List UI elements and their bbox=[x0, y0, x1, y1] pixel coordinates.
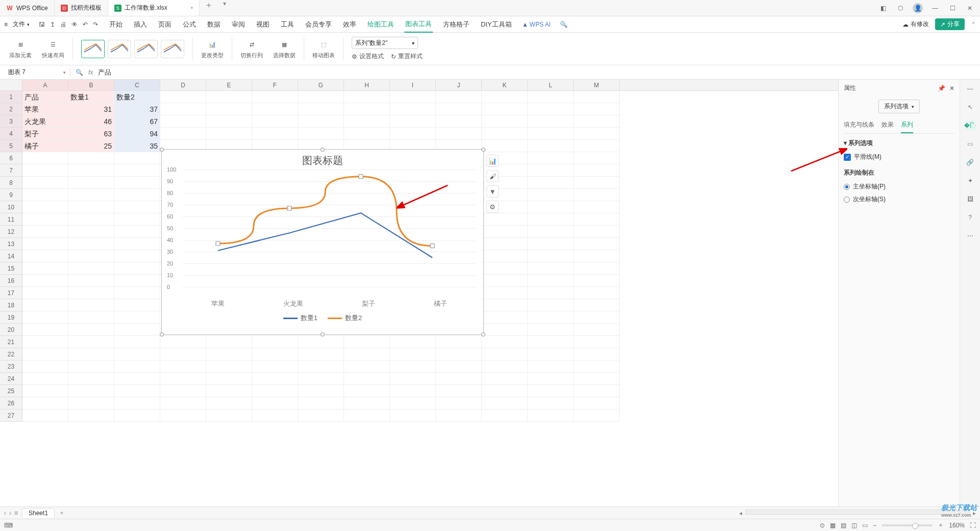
tab-chart-tools[interactable]: 图表工具 bbox=[404, 16, 433, 33]
smooth-line-checkbox[interactable]: ✓ 平滑线(M) bbox=[844, 151, 954, 163]
cell[interactable] bbox=[298, 397, 344, 409]
row-header[interactable]: 8 bbox=[0, 177, 22, 189]
image-icon[interactable]: 🖼 bbox=[965, 194, 975, 204]
zoom-in-icon[interactable]: ＋ bbox=[938, 521, 944, 529]
cell[interactable] bbox=[482, 91, 528, 103]
cell[interactable] bbox=[68, 275, 114, 287]
cell[interactable] bbox=[68, 409, 114, 422]
cell[interactable] bbox=[574, 201, 620, 213]
row-header[interactable]: 26 bbox=[0, 397, 22, 409]
cell[interactable] bbox=[22, 189, 68, 201]
cell[interactable] bbox=[68, 287, 114, 299]
cell[interactable] bbox=[436, 360, 482, 373]
cell[interactable] bbox=[390, 103, 436, 115]
close-panel-icon[interactable]: ✕ bbox=[949, 85, 954, 92]
cell[interactable] bbox=[390, 128, 436, 140]
input-mode-icon[interactable]: ⌨ bbox=[4, 522, 13, 529]
panel-tab-fill[interactable]: 填充与线条 bbox=[844, 120, 874, 133]
cell[interactable] bbox=[114, 275, 160, 287]
cell[interactable] bbox=[298, 336, 344, 348]
cell[interactable] bbox=[436, 103, 482, 115]
tab-formula[interactable]: 公式 bbox=[182, 17, 197, 32]
save-icon[interactable]: 🖫 bbox=[39, 21, 45, 28]
cell[interactable] bbox=[298, 409, 344, 422]
primary-axis-radio[interactable]: 主坐标轴(P) bbox=[844, 180, 954, 193]
cell[interactable] bbox=[482, 299, 528, 311]
cell[interactable] bbox=[574, 189, 620, 201]
cell[interactable] bbox=[528, 226, 574, 238]
layer-icon[interactable]: ▭ bbox=[965, 139, 975, 149]
file-tab[interactable]: S 工作簿数量.xlsx • bbox=[108, 0, 200, 16]
view-reader-icon[interactable]: ▭ bbox=[862, 522, 868, 529]
search-icon[interactable]: 🔍 bbox=[560, 21, 568, 28]
cell[interactable] bbox=[574, 164, 620, 177]
col-header[interactable]: E bbox=[206, 80, 252, 90]
cell[interactable] bbox=[298, 115, 344, 128]
tab-efficiency[interactable]: 效率 bbox=[342, 17, 357, 32]
row-header[interactable]: 13 bbox=[0, 238, 22, 250]
secondary-axis-radio[interactable]: 次坐标轴(S) bbox=[844, 193, 954, 206]
cell[interactable] bbox=[528, 140, 574, 152]
share-button[interactable]: ↗ 分享 bbox=[935, 18, 965, 30]
cell[interactable]: 火龙果 bbox=[22, 115, 68, 128]
redo-icon[interactable]: ↷ bbox=[93, 21, 98, 28]
cell[interactable] bbox=[68, 201, 114, 213]
cell[interactable] bbox=[482, 373, 528, 385]
row-header[interactable]: 3 bbox=[0, 115, 22, 128]
tab-draw-tools[interactable]: 绘图工具 bbox=[366, 17, 395, 32]
tab-start[interactable]: 开始 bbox=[108, 17, 124, 32]
cell[interactable] bbox=[114, 324, 160, 336]
cell[interactable] bbox=[68, 348, 114, 360]
cell[interactable] bbox=[528, 177, 574, 189]
cell[interactable] bbox=[390, 91, 436, 103]
chart-style-3[interactable] bbox=[134, 40, 158, 58]
row-header[interactable]: 5 bbox=[0, 140, 22, 152]
chart-style-4[interactable] bbox=[161, 40, 184, 58]
cell[interactable] bbox=[206, 373, 252, 385]
sheet-prev-icon[interactable]: ‹ bbox=[4, 510, 6, 517]
row-header[interactable]: 2 bbox=[0, 103, 22, 115]
cell[interactable] bbox=[22, 287, 68, 299]
cell[interactable] bbox=[22, 336, 68, 348]
cell[interactable] bbox=[22, 299, 68, 311]
cell[interactable] bbox=[574, 226, 620, 238]
cell[interactable] bbox=[482, 311, 528, 324]
spreadsheet-grid[interactable]: A B C D E F G H I J K L M 12345678910111… bbox=[0, 80, 838, 506]
cell[interactable] bbox=[68, 238, 114, 250]
tab-review[interactable]: 审阅 bbox=[231, 17, 246, 32]
cell[interactable] bbox=[22, 152, 68, 164]
cell[interactable] bbox=[436, 336, 482, 348]
row-header[interactable]: 22 bbox=[0, 348, 22, 360]
cell[interactable] bbox=[22, 360, 68, 373]
link-icon[interactable]: 🔗 bbox=[965, 157, 975, 167]
cell[interactable] bbox=[114, 177, 160, 189]
cell[interactable] bbox=[436, 409, 482, 422]
cell[interactable] bbox=[574, 177, 620, 189]
cell[interactable] bbox=[252, 103, 298, 115]
cell[interactable] bbox=[344, 115, 390, 128]
row-header[interactable]: 20 bbox=[0, 324, 22, 336]
col-header[interactable]: H bbox=[344, 80, 390, 90]
chart-elements-button[interactable]: 📊 bbox=[486, 155, 499, 167]
cell[interactable] bbox=[298, 360, 344, 373]
cell[interactable] bbox=[206, 336, 252, 348]
cell[interactable] bbox=[114, 189, 160, 201]
cell[interactable] bbox=[68, 311, 114, 324]
cell[interactable] bbox=[574, 103, 620, 115]
cell[interactable] bbox=[160, 409, 206, 422]
export-icon[interactable]: ↥ bbox=[50, 21, 55, 28]
cell[interactable] bbox=[206, 348, 252, 360]
panel-tab-effect[interactable]: 效果 bbox=[881, 120, 894, 133]
chart-legend[interactable]: 数量1数量2 bbox=[162, 313, 483, 323]
cell[interactable] bbox=[22, 409, 68, 422]
zoom-out-icon[interactable]: − bbox=[873, 522, 876, 529]
settings-rail-icon[interactable]: �િ bbox=[965, 120, 975, 131]
zoom-fx-icon[interactable]: 🔍 bbox=[76, 69, 83, 76]
cell[interactable] bbox=[114, 213, 160, 226]
cell[interactable]: 梨子 bbox=[22, 128, 68, 140]
cell[interactable] bbox=[482, 238, 528, 250]
cell[interactable] bbox=[344, 103, 390, 115]
add-element-button[interactable]: ⊞ 添加元素 bbox=[5, 38, 36, 59]
add-sheet-button[interactable]: ＋ bbox=[59, 509, 65, 517]
cell[interactable] bbox=[574, 128, 620, 140]
